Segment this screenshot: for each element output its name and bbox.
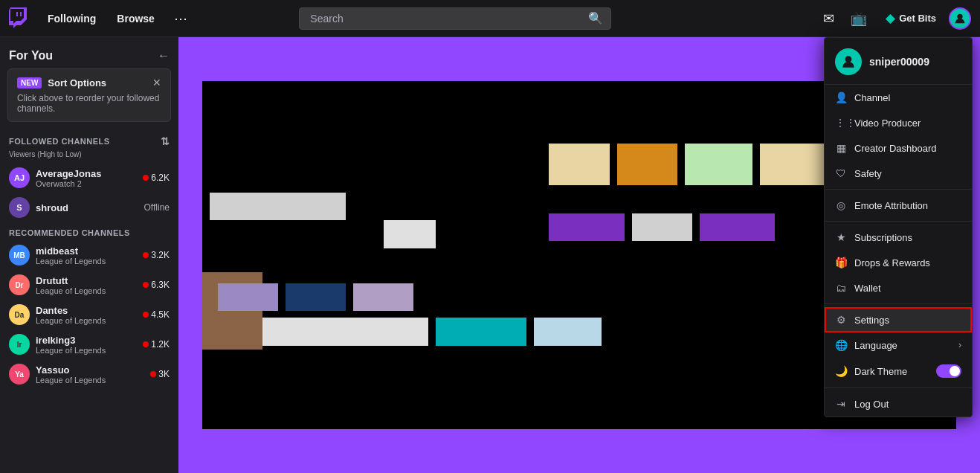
channel-info-drututt: Drututt League of Legends [36, 275, 137, 295]
user-dropdown-menu: sniper00009 👤 Channel ⋮⋮ Video Producer … [824, 37, 973, 417]
wallet-icon: 🗂 [835, 282, 847, 294]
top-navigation: Following Browse ⋯ 🔍 ✉ 📺 ◆ Get Bits [0, 0, 980, 37]
following-nav-link[interactable]: Following [40, 8, 103, 29]
creator-dashboard-icon: ▦ [835, 142, 847, 154]
settings-label: Settings [854, 315, 961, 326]
channel-avatar-midbeast: MB [9, 245, 30, 266]
search-bar: 🔍 [299, 7, 611, 30]
new-badge: NEW [17, 77, 42, 89]
emote-attribution-label: Emote Attribution [854, 200, 961, 211]
emote-attribution-icon: ◎ [835, 199, 847, 211]
live-indicator [150, 371, 156, 377]
video-producer-icon: ⋮⋮ [835, 117, 847, 129]
channel-item-drututt[interactable]: Dr Drututt League of Legends 6.3K [0, 270, 178, 300]
subscriptions-icon: ★ [835, 231, 847, 243]
channel-name: Yassuo [36, 364, 144, 376]
dropdown-divider-1 [825, 189, 972, 190]
channel-info-averagejonas: AverageJonas Overwatch 2 [36, 168, 137, 188]
dropdown-item-log-out[interactable]: ⇥ Log Out [825, 391, 972, 416]
channel-viewers: 4.5K [143, 309, 170, 320]
dark-theme-toggle[interactable] [936, 364, 961, 378]
drops-rewards-label: Drops & Rewards [854, 257, 961, 268]
channel-item-irelking3[interactable]: Ir irelking3 League of Legends 1.2K [0, 329, 178, 359]
channel-label: Channel [854, 92, 961, 103]
dropdown-username: sniper00009 [869, 56, 929, 68]
dropdown-item-settings[interactable]: ⚙ Settings [825, 307, 972, 332]
channel-item-midbeast[interactable]: MB midbeast League of Legends 3.2K [0, 240, 178, 270]
channel-avatar-drututt: Dr [9, 274, 30, 295]
channel-game: League of Legends [36, 286, 137, 295]
color-block-purple2 [218, 283, 278, 312]
collapse-sidebar-button[interactable]: ← [158, 49, 170, 62]
channel-game: League of Legends [36, 376, 144, 384]
dropdown-divider-2 [825, 221, 972, 222]
wallet-label: Wallet [854, 283, 961, 294]
user-avatar-button[interactable] [949, 7, 971, 30]
sort-close-button[interactable]: ✕ [152, 77, 161, 89]
svg-rect-1 [16, 12, 18, 16]
color-block-teal [436, 318, 526, 346]
color-block-6 [384, 220, 436, 248]
dropdown-item-drops-rewards[interactable]: 🎁 Drops & Rewards [825, 250, 972, 275]
dropdown-item-wallet[interactable]: 🗂 Wallet [825, 275, 972, 300]
svg-point-2 [957, 13, 962, 19]
channel-item-averagejonas[interactable]: AJ AverageJonas Overwatch 2 6.2K [0, 163, 178, 193]
dropdown-item-channel[interactable]: 👤 Channel [825, 85, 972, 110]
language-label: Language [854, 340, 951, 351]
dropdown-item-safety[interactable]: 🛡 Safety [825, 161, 972, 186]
channel-viewers: 3K [150, 369, 170, 379]
channel-item-shroud[interactable]: S shroud Offline [0, 193, 178, 222]
settings-icon: ⚙ [835, 314, 847, 326]
channel-avatar-shroud: S [9, 197, 30, 218]
sort-description: Click above to reorder your followed cha… [17, 93, 161, 114]
dropdown-item-subscriptions[interactable]: ★ Subscriptions [825, 225, 972, 250]
channel-item-dantes[interactable]: Da Dantes League of Legends 4.5K [0, 300, 178, 329]
dropdown-item-dark-theme[interactable]: 🌙 Dark Theme [825, 358, 972, 384]
color-block-2 [617, 144, 677, 185]
color-block-8 [632, 213, 692, 242]
live-indicator [143, 252, 149, 258]
recommended-channels-label: RECOMMENDED CHANNELS [0, 222, 178, 240]
language-icon: 🌐 [835, 339, 847, 351]
channel-icon: 👤 [835, 91, 847, 103]
search-input[interactable] [307, 8, 588, 29]
sort-icon[interactable]: ⇅ [161, 135, 170, 147]
followed-channels-list: AJ AverageJonas Overwatch 2 6.2K S shrou… [0, 163, 178, 222]
dropdown-item-language[interactable]: 🌐 Language › [825, 332, 972, 358]
live-indicator [143, 341, 149, 347]
more-nav-button[interactable]: ⋯ [168, 7, 193, 30]
dark-theme-label: Dark Theme [854, 366, 929, 377]
live-indicator [143, 175, 149, 181]
channel-viewers: 6.3K [143, 280, 170, 290]
get-bits-label: Get Bits [899, 13, 936, 24]
sidebar-header: For You ← [0, 46, 178, 68]
inbox-button[interactable]: ✉ [817, 6, 840, 31]
sort-options-popup: NEW Sort Options ✕ Click above to reorde… [7, 68, 171, 122]
color-block-7 [549, 213, 624, 242]
color-block-9 [700, 213, 775, 242]
channel-item-yassuo[interactable]: Ya Yassuo League of Legends 3K [0, 359, 178, 389]
toggle-knob [950, 366, 960, 376]
followed-channels-label: FOLLOWED CHANNELS ⇅ [0, 129, 178, 150]
color-block-navy [286, 283, 346, 312]
dropdown-item-creator-dashboard[interactable]: ▦ Creator Dashboard [825, 135, 972, 161]
color-block-5 [210, 193, 345, 221]
channel-info-yassuo: Yassuo League of Legends [36, 364, 144, 384]
notifications-button[interactable]: 📺 [845, 6, 873, 31]
twitch-logo[interactable] [9, 7, 31, 30]
dropdown-item-video-producer[interactable]: ⋮⋮ Video Producer [825, 110, 972, 135]
video-producer-label: Video Producer [854, 118, 961, 129]
channel-avatar-averagejonas: AJ [9, 167, 30, 188]
safety-label: Safety [854, 168, 961, 179]
svg-rect-0 [20, 12, 22, 16]
channel-name: shroud [36, 202, 138, 213]
creator-dashboard-label: Creator Dashboard [854, 143, 961, 154]
search-icon: 🔍 [588, 11, 603, 25]
channel-game: League of Legends [36, 257, 137, 266]
for-you-title: For You [9, 49, 53, 62]
dropdown-item-emote-attribution[interactable]: ◎ Emote Attribution [825, 193, 972, 218]
color-block-white2 [262, 318, 428, 346]
browse-nav-link[interactable]: Browse [109, 8, 162, 29]
get-bits-button[interactable]: ◆ Get Bits [877, 7, 944, 30]
language-arrow-icon: › [958, 340, 961, 350]
